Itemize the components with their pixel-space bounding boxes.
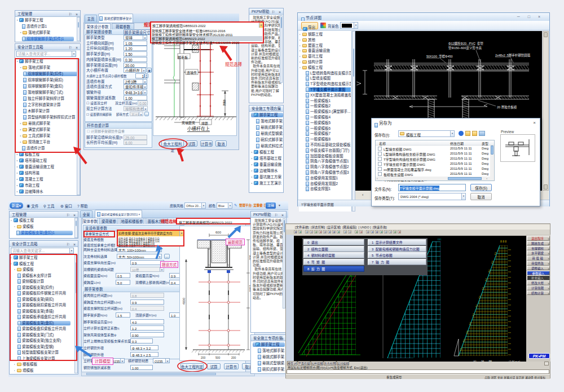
svg-text:8 8 8: 8 8 8 (500, 240, 506, 243)
svg-text:20 厚胶合板模: 20 厚胶合板模 (497, 105, 517, 109)
svg-text:管Φ150~600宽’2’形卡具: 管Φ150~600宽’2’形卡具 (448, 46, 482, 50)
svg-text:4000: 4000 (182, 298, 186, 305)
svg-text:600: 600 (215, 231, 222, 234)
svg-text:4.5: 4.5 (465, 330, 469, 334)
svg-text:4.5: 4.5 (459, 347, 462, 352)
svg-text:200: 200 (201, 356, 206, 359)
svg-text:500: 500 (215, 356, 221, 359)
svg-text:4.5: 4.5 (493, 251, 497, 256)
svg-text:4.5: 4.5 (487, 268, 491, 273)
svg-text:200: 200 (231, 356, 236, 359)
svg-text:□□: □□ (438, 237, 441, 241)
